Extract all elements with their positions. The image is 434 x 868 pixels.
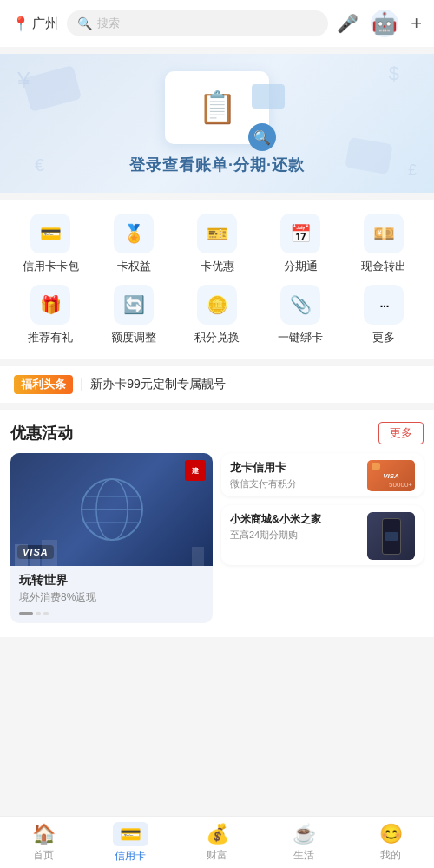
wealth-icon: 💰 <box>206 823 229 845</box>
mic-icon[interactable]: 🎤 <box>337 13 358 34</box>
bank-logo: 建 <box>185 460 206 481</box>
nav-item-credit-card[interactable]: 💳 信用卡 <box>95 822 165 864</box>
avatar-icon[interactable]: 🤖 <box>371 10 398 37</box>
quick-actions: 💳 信用卡卡包 🏅 卡权益 🎫 卡优惠 📅 分期通 💴 现金转出 🎁 推荐有礼 … <box>0 200 434 359</box>
bottom-navigation: 🏠 首页 💳 信用卡 💰 财富 ☕ 生活 😊 我的 <box>0 816 434 868</box>
longcard-top: 龙卡信用卡 微信支付有积分 VISA 50000+ <box>221 453 424 496</box>
world-travel-subtitle: 境外消费8%返现 <box>19 590 204 605</box>
quick-item-bind-card[interactable]: 📎 一键绑卡 <box>266 285 335 345</box>
promotions-section: 优惠活动 更多 VISA 建 <box>0 410 434 637</box>
longcard-title: 龙卡信用卡 <box>230 460 297 476</box>
home-label: 首页 <box>33 848 54 863</box>
quick-item-credit-adjust[interactable]: 🔄 额度调整 <box>99 285 168 345</box>
more-actions-label: 更多 <box>372 330 395 345</box>
life-label: 生活 <box>293 848 314 863</box>
banner-search-icon: 🔍 <box>248 123 276 151</box>
world-travel-info: 玩转世界 境外消费8%返现 <box>10 566 213 623</box>
carousel-dots <box>19 612 204 615</box>
search-bar[interactable]: 🔍 搜索 <box>67 10 328 36</box>
card-rights-icon: 🏅 <box>114 214 154 253</box>
more-actions-icon: ··· <box>364 285 404 325</box>
life-icon: ☕ <box>293 823 316 845</box>
bind-card-icon: 📎 <box>280 285 320 325</box>
card-rights-label: 卡权益 <box>117 259 151 274</box>
promo-card-longcard[interactable]: 龙卡信用卡 微信支付有积分 VISA 50000+ <box>221 453 424 496</box>
promotions-header: 优惠活动 更多 <box>10 410 424 453</box>
quick-item-recommend[interactable]: 🎁 推荐有礼 <box>16 285 85 345</box>
quick-row-2: 🎁 推荐有礼 🔄 额度调整 🪙 积分兑换 📎 一键绑卡 ··· 更多 <box>9 285 425 345</box>
transfer-icon: 💴 <box>364 214 404 253</box>
credit-card-pack-label: 信用卡卡包 <box>23 259 79 274</box>
quick-row-1: 💳 信用卡卡包 🏅 卡权益 🎫 卡优惠 📅 分期通 💴 现金转出 <box>9 214 425 274</box>
installment-icon: 📅 <box>280 214 320 253</box>
quick-item-card-rights[interactable]: 🏅 卡权益 <box>99 214 168 274</box>
welfare-tag: 福利头条 <box>14 375 73 394</box>
header: 📍 广州 🔍 搜索 🎤 🤖 + <box>0 0 434 47</box>
world-travel-title: 玩转世界 <box>19 573 204 589</box>
credit-card-nav-label: 信用卡 <box>115 849 146 864</box>
xiaomi-subtitle: 至高24期分期购 <box>230 529 321 542</box>
welfare-text: 新办卡99元定制专属靓号 <box>90 377 226 392</box>
nav-item-wealth[interactable]: 💰 财富 <box>182 823 252 863</box>
home-icon: 🏠 <box>32 823 56 845</box>
wealth-label: 财富 <box>207 848 227 863</box>
bind-card-label: 一键绑卡 <box>278 330 323 345</box>
location-text: 广州 <box>32 16 58 32</box>
mine-icon: 😊 <box>379 823 403 845</box>
banner-card: 📋 🔍 <box>165 71 269 144</box>
search-placeholder: 搜索 <box>97 16 120 31</box>
credit-adjust-icon: 🔄 <box>114 285 154 325</box>
quick-item-transfer[interactable]: 💴 现金转出 <box>349 214 418 274</box>
banner: ¥ $ € £ 📋 🔍 登录查看账单·分期·还款 <box>0 54 434 193</box>
card-discount-icon: 🎫 <box>197 214 237 253</box>
xiaomi-image <box>367 512 415 560</box>
promo-card-world-travel[interactable]: VISA 建 玩转世界 境外消费8%返现 <box>10 453 213 623</box>
location-icon: 📍 <box>12 16 30 32</box>
installment-label: 分期通 <box>284 259 318 274</box>
nav-item-life[interactable]: ☕ 生活 <box>269 823 339 863</box>
quick-item-more-actions[interactable]: ··· 更多 <box>349 285 418 345</box>
quick-item-credit-card-pack[interactable]: 💳 信用卡卡包 <box>16 214 85 274</box>
search-icon: 🔍 <box>77 16 92 30</box>
longcard-image: VISA 50000+ <box>367 460 415 491</box>
transfer-label: 现金转出 <box>361 259 406 274</box>
add-icon[interactable]: + <box>411 12 422 35</box>
recommend-icon: 🎁 <box>30 285 70 325</box>
promo-card-xiaomi[interactable]: 小米商城&小米之家 至高24期分期购 <box>221 505 424 565</box>
quick-item-installment[interactable]: 📅 分期通 <box>266 214 335 274</box>
banner-clipboard-icon: 📋 <box>198 89 237 126</box>
xiaomi-top: 小米商城&小米之家 至高24期分期购 <box>221 505 424 565</box>
quick-item-card-discount[interactable]: 🎫 卡优惠 <box>182 214 252 274</box>
location-display[interactable]: 📍 广州 <box>12 16 58 32</box>
welfare-bar[interactable]: 福利头条 | 新办卡99元定制专属靓号 <box>0 366 434 403</box>
points-icon: 🪙 <box>197 285 237 325</box>
longcard-subtitle: 微信支付有积分 <box>230 477 297 490</box>
card-discount-label: 卡优惠 <box>201 259 234 274</box>
welfare-divider: | <box>80 377 83 392</box>
promo-right-column: 龙卡信用卡 微信支付有积分 VISA 50000+ 小米商城&小米之家 <box>221 453 424 623</box>
credit-card-pack-icon: 💳 <box>30 214 70 253</box>
xiaomi-title: 小米商城&小米之家 <box>230 512 321 527</box>
world-globe-svg <box>77 475 147 544</box>
points-label: 积分兑换 <box>194 330 240 345</box>
promotions-title: 优惠活动 <box>10 423 73 444</box>
xiaomi-text: 小米商城&小米之家 至高24期分期购 <box>230 512 321 542</box>
nav-item-home[interactable]: 🏠 首页 <box>9 823 78 863</box>
credit-adjust-label: 额度调整 <box>111 330 156 345</box>
quick-item-points[interactable]: 🪙 积分兑换 <box>182 285 252 345</box>
credit-card-nav-icon: 💳 <box>113 822 148 846</box>
longcard-text: 龙卡信用卡 微信支付有积分 <box>230 460 297 490</box>
promotions-more-button[interactable]: 更多 <box>378 422 424 444</box>
promo-grid: VISA 建 玩转世界 境外消费8%返现 <box>10 453 424 623</box>
city-silhouette <box>10 540 213 566</box>
nav-item-mine[interactable]: 😊 我的 <box>356 823 425 863</box>
recommend-label: 推荐有礼 <box>28 330 73 345</box>
mine-label: 我的 <box>380 848 401 863</box>
header-icons: 🎤 🤖 + <box>337 10 422 37</box>
